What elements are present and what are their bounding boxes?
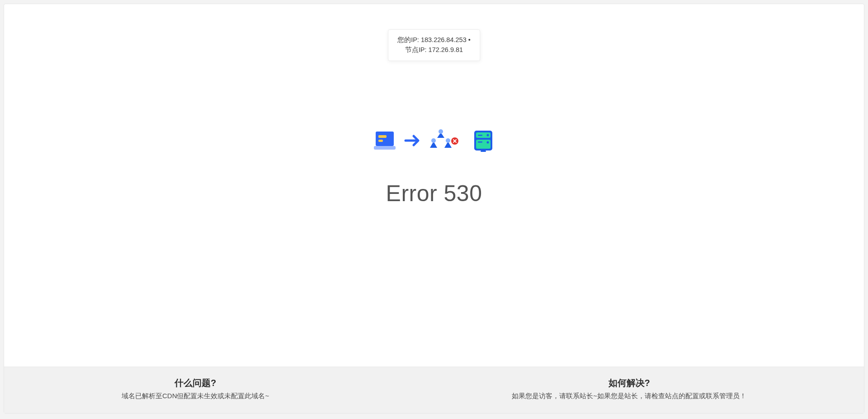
svg-rect-2	[378, 140, 383, 142]
svg-rect-15	[478, 135, 482, 136]
client-laptop-icon	[372, 128, 397, 153]
footer-left-heading: 什么问题?	[122, 377, 269, 389]
cdn-network-icon	[428, 128, 453, 153]
arrow-right-icon	[404, 132, 422, 150]
svg-point-7	[446, 138, 450, 143]
svg-point-6	[431, 138, 436, 143]
footer: 什么问题? 域名已解析至CDN但配置未生效或未配置此域名~ 如何解决? 如果您是…	[4, 367, 864, 413]
footer-right-body: 如果您是访客，请联系站长~如果您是站长，请检查站点的配置或联系管理员！	[512, 392, 746, 400]
ip-info-box: 您的IP: 183.226.84.253 • 节点IP: 172.26.9.81	[388, 29, 480, 61]
svg-rect-1	[378, 135, 387, 138]
footer-right-column: 如何解决? 如果您是访客，请联系站长~如果您是站长，请检查站点的配置或联系管理员…	[512, 377, 746, 400]
your-ip-line: 您的IP: 183.226.84.253 •	[397, 35, 471, 45]
footer-left-column: 什么问题? 域名已解析至CDN但配置未生效或未配置此域名~	[122, 377, 269, 400]
svg-point-17	[487, 141, 489, 144]
connection-illustration	[372, 128, 496, 153]
error-title: Error 530	[386, 180, 482, 207]
server-icon	[471, 128, 496, 153]
svg-rect-18	[481, 151, 486, 152]
svg-rect-3	[374, 146, 396, 150]
svg-point-14	[487, 134, 489, 137]
error-badge-icon	[451, 137, 459, 145]
svg-rect-16	[478, 141, 482, 143]
footer-right-heading: 如何解决?	[512, 377, 746, 389]
svg-point-5	[439, 129, 443, 134]
node-ip-line: 节点IP: 172.26.9.81	[397, 45, 471, 55]
page-outer: 您的IP: 183.226.84.253 • 节点IP: 172.26.9.81	[0, 0, 868, 419]
svg-rect-0	[376, 132, 394, 146]
error-card: 您的IP: 183.226.84.253 • 节点IP: 172.26.9.81	[4, 4, 864, 414]
footer-left-body: 域名已解析至CDN但配置未生效或未配置此域名~	[122, 392, 269, 400]
svg-rect-13	[476, 140, 491, 149]
